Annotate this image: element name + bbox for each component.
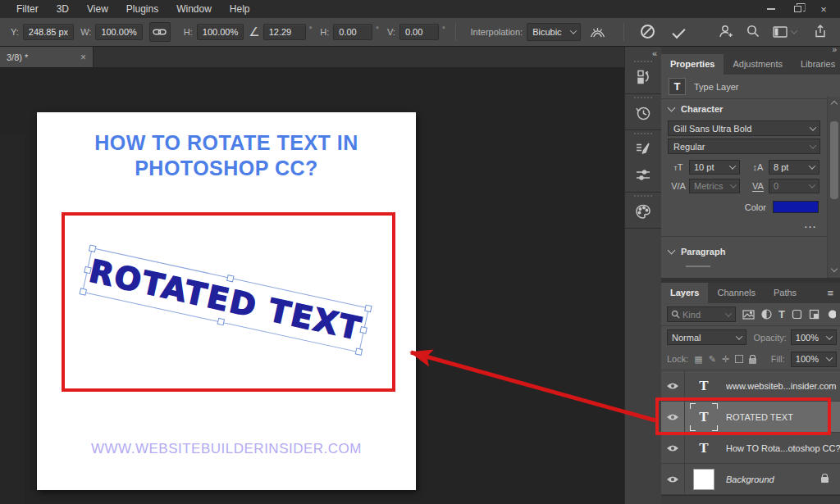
- height-field[interactable]: 100.00%: [197, 24, 244, 40]
- dock-grip[interactable]: [634, 195, 652, 197]
- properties-scrollbar[interactable]: [827, 97, 840, 278]
- chevron-down-icon: [788, 30, 801, 34]
- maintain-aspect-ratio-button[interactable]: [149, 22, 171, 42]
- width-field[interactable]: 100.00%: [95, 24, 142, 40]
- swatches-panel-button[interactable]: [625, 198, 661, 225]
- filter-adjustment-layers-button[interactable]: [761, 309, 772, 320]
- v-skew-field[interactable]: 0.00: [399, 24, 439, 40]
- transform-handle-top-middle[interactable]: [226, 275, 235, 283]
- tab-channels[interactable]: Channels: [708, 283, 764, 303]
- expand-panels-button[interactable]: »: [661, 47, 840, 54]
- layer-type-row: T Type Layer: [661, 75, 827, 99]
- background-layer-thumbnail[interactable]: [693, 469, 714, 490]
- close-button[interactable]: ×: [810, 0, 837, 18]
- layer-name[interactable]: Background: [726, 474, 821, 484]
- lock-pixels-icon[interactable]: ✎: [709, 354, 716, 365]
- rotation-angle-field[interactable]: 12.29: [263, 24, 306, 40]
- visibility-toggle[interactable]: [661, 402, 685, 432]
- brushes-panel-button[interactable]: [625, 162, 661, 188]
- tab-paths[interactable]: Paths: [765, 283, 806, 303]
- dock-grip[interactable]: [634, 97, 652, 98]
- menu-plugins[interactable]: Plugins: [117, 0, 167, 18]
- transform-handle-middle-right[interactable]: [359, 326, 368, 334]
- layers-tab-bar: Layers Channels Paths ≡: [661, 283, 840, 303]
- workspace-switcher-button[interactable]: [773, 26, 801, 38]
- layer-name[interactable]: www.websiteb...insider.com: [726, 381, 840, 391]
- menu-window[interactable]: Window: [167, 0, 221, 18]
- cancel-transform-button[interactable]: [641, 25, 655, 40]
- blend-mode-select[interactable]: Normal: [667, 329, 746, 345]
- layer-row-background[interactable]: Background: [661, 464, 840, 495]
- scroll-down-icon[interactable]: [830, 266, 837, 272]
- lock-transparency-icon[interactable]: ▦: [694, 354, 702, 365]
- visibility-toggle[interactable]: [661, 370, 685, 401]
- layer-name[interactable]: ROTATED TEXT: [726, 412, 840, 422]
- tab-properties[interactable]: Properties: [661, 54, 724, 75]
- h-skew-field[interactable]: 0.00: [333, 24, 372, 40]
- minimize-button[interactable]: [758, 0, 784, 18]
- transform-handle-bottom-left[interactable]: [80, 288, 88, 296]
- eye-icon: [666, 444, 679, 452]
- share-button[interactable]: [814, 25, 827, 39]
- visibility-toggle[interactable]: [661, 433, 685, 463]
- menu-3d[interactable]: 3D: [48, 0, 78, 18]
- font-style-select[interactable]: Regular: [668, 138, 820, 154]
- transform-handle-top-right[interactable]: [364, 305, 372, 313]
- collapse-panels-button[interactable]: «: [625, 47, 661, 58]
- filter-type-layers-button[interactable]: T: [778, 308, 785, 320]
- layer-row-heading[interactable]: T How TO Rota...otoshop CC?: [661, 433, 840, 464]
- layer-filtering-toggle[interactable]: [826, 309, 836, 320]
- transform-handle-bottom-middle[interactable]: [217, 318, 226, 326]
- tab-layers[interactable]: Layers: [661, 283, 708, 303]
- menu-view[interactable]: View: [78, 0, 117, 18]
- tracking-select[interactable]: 0: [769, 179, 819, 193]
- visibility-toggle[interactable]: [661, 464, 685, 494]
- dock-grip[interactable]: [634, 61, 652, 62]
- history-panel-button[interactable]: [625, 100, 661, 126]
- layer-filter-kind-select[interactable]: Kind: [667, 306, 736, 322]
- font-family-select[interactable]: Gill Sans Ultra Bold: [668, 120, 820, 136]
- interpolation-select[interactable]: Bicubic: [527, 23, 580, 41]
- lock-position-icon[interactable]: ✛: [722, 354, 729, 365]
- character-section-header[interactable]: Character: [661, 99, 827, 118]
- more-options-button[interactable]: ...: [661, 213, 827, 234]
- kerning-select[interactable]: Metrics: [689, 179, 740, 193]
- transform-handle-top-left[interactable]: [89, 244, 97, 252]
- leading-select[interactable]: 8 pt: [769, 160, 819, 175]
- filter-smart-objects-button[interactable]: [809, 309, 819, 320]
- menu-help[interactable]: Help: [221, 0, 259, 18]
- transform-handle-bottom-right[interactable]: [355, 347, 363, 356]
- scrollbar-thumb[interactable]: [830, 121, 838, 199]
- type-layer-thumbnail[interactable]: T: [693, 438, 714, 459]
- filter-shape-layers-button[interactable]: [792, 309, 802, 320]
- y-field[interactable]: 248.85 px: [23, 24, 74, 40]
- type-layer-thumbnail[interactable]: T: [693, 375, 714, 397]
- transform-handle-middle-left[interactable]: [84, 266, 92, 275]
- warp-mode-toggle-button[interactable]: [587, 22, 609, 42]
- document-tab[interactable]: 3/8) * ×: [0, 47, 94, 67]
- actions-panel-button[interactable]: [625, 64, 661, 90]
- fill-select[interactable]: 100%: [791, 352, 837, 367]
- menu-filter[interactable]: Filter: [7, 0, 48, 18]
- layer-name[interactable]: How TO Rota...otoshop CC?: [726, 443, 840, 453]
- dock-grip[interactable]: [634, 133, 652, 134]
- tab-close-icon[interactable]: ×: [80, 52, 86, 63]
- opacity-select[interactable]: 100%: [791, 329, 837, 345]
- filter-pixel-layers-button[interactable]: [742, 310, 755, 320]
- commit-transform-button[interactable]: [673, 27, 685, 37]
- share-for-review-button[interactable]: [719, 25, 733, 39]
- paragraph-section-header[interactable]: Paragraph: [661, 242, 827, 261]
- layers-panel-menu-icon[interactable]: ≡: [820, 283, 840, 303]
- text-color-swatch[interactable]: [773, 201, 819, 213]
- layer-row-url[interactable]: T www.websiteb...insider.com: [661, 370, 840, 402]
- scroll-up-icon[interactable]: [830, 101, 837, 107]
- lock-artboard-icon[interactable]: [735, 355, 743, 363]
- tab-adjustments[interactable]: Adjustments: [724, 54, 792, 75]
- search-button[interactable]: [746, 25, 760, 39]
- layer-row-rotated-text[interactable]: T ROTATED TEXT: [661, 402, 840, 433]
- restore-button[interactable]: [784, 0, 810, 18]
- brush-settings-panel-button[interactable]: [625, 136, 661, 162]
- lock-all-icon[interactable]: [749, 358, 756, 364]
- font-size-select[interactable]: 10 pt: [689, 160, 740, 175]
- tab-libraries[interactable]: Libraries: [792, 54, 840, 75]
